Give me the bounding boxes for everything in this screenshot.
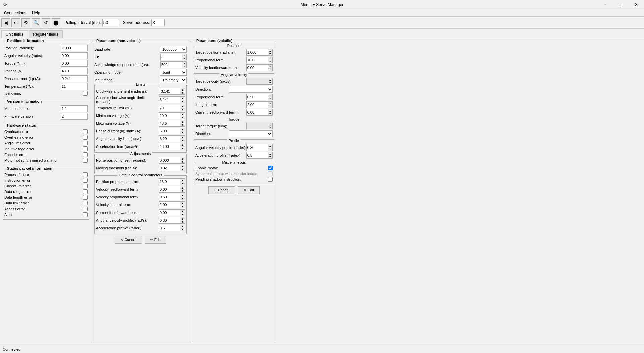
max-volt-up[interactable]: ▲ (180, 120, 185, 123)
angvel-value[interactable] (61, 52, 88, 59)
ang-vel-profile-input[interactable] (246, 144, 268, 151)
home-up[interactable]: ▲ (180, 157, 185, 160)
cur-ff-up[interactable]: ▲ (180, 210, 185, 213)
min-volt-input[interactable] (159, 112, 180, 119)
vel-ff-input[interactable] (159, 186, 180, 193)
min-volt-down[interactable]: ▼ (180, 116, 185, 119)
toolbar-btn-5[interactable]: ↺ (42, 18, 50, 27)
hardware-item-checkbox[interactable] (83, 158, 88, 163)
vel-ff-down[interactable]: ▼ (180, 189, 185, 192)
status-item-checkbox[interactable] (83, 184, 88, 188)
ang-vel-profile-down[interactable]: ▼ (268, 148, 272, 151)
vel-prop-term-up[interactable]: ▲ (268, 94, 272, 97)
hardware-item-checkbox[interactable] (83, 129, 88, 134)
maximize-button[interactable]: □ (613, 0, 629, 9)
target-torque-down[interactable]: ▼ (268, 126, 272, 129)
accel-limit-down[interactable]: ▼ (180, 146, 185, 150)
cw-down[interactable]: ▼ (180, 91, 185, 94)
phase-limit-input[interactable] (159, 128, 180, 134)
accel-profile-input[interactable] (159, 225, 180, 231)
vel-prop-term-input[interactable] (246, 94, 268, 100)
accel-limit-input[interactable] (159, 143, 180, 150)
pos-prop-down[interactable]: ▼ (180, 182, 185, 185)
close-button[interactable]: ✕ (629, 0, 644, 9)
max-volt-down[interactable]: ▼ (180, 123, 185, 126)
cw-input[interactable] (159, 88, 180, 95)
status-item-checkbox[interactable] (83, 172, 88, 177)
phase-limit-up[interactable]: ▲ (180, 128, 185, 131)
pos-prop-input[interactable] (159, 178, 180, 185)
vel-cur-ff-down[interactable]: ▼ (268, 112, 272, 115)
ang-profile-down[interactable]: ▼ (180, 220, 185, 223)
accel-profile-up[interactable]: ▲ (180, 225, 185, 228)
right-accel-profile-input[interactable] (246, 152, 268, 159)
status-item-checkbox[interactable] (83, 189, 88, 194)
temp-limit-up[interactable]: ▲ (180, 105, 185, 108)
vel-prop-term-down[interactable]: ▼ (268, 97, 272, 100)
vel-int-input[interactable] (159, 201, 180, 208)
baud-select[interactable]: 1000000 (160, 46, 187, 53)
voltage-value[interactable] (61, 68, 88, 74)
hardware-item-checkbox[interactable] (83, 141, 88, 145)
input-mode-select[interactable]: Trajectory (160, 77, 187, 83)
accel-profile-down[interactable]: ▼ (180, 228, 185, 231)
ccw-up[interactable]: ▲ (180, 97, 185, 100)
target-vel-up[interactable]: ▲ (268, 78, 272, 81)
tab-register-fields[interactable]: Register fields (29, 30, 63, 38)
sync-rotor-checkbox[interactable] (268, 171, 273, 176)
angvel-limit-up[interactable]: ▲ (180, 136, 185, 139)
is-moving-checkbox[interactable] (83, 91, 88, 96)
target-pos-down[interactable]: ▼ (268, 52, 272, 55)
pos-vel-ff-up[interactable]: ▲ (268, 65, 272, 68)
vel-int-term-input[interactable] (246, 101, 268, 108)
ang-vel-profile-up[interactable]: ▲ (268, 144, 272, 148)
target-vel-down[interactable]: ▼ (268, 81, 272, 84)
vel-int-up[interactable]: ▲ (180, 202, 185, 205)
enable-motor-checkbox[interactable] (268, 166, 273, 170)
moving-thresh-input[interactable] (159, 165, 180, 171)
status-item-checkbox[interactable] (83, 195, 88, 200)
home-down[interactable]: ▼ (180, 160, 185, 163)
ang-profile-input[interactable] (159, 217, 180, 224)
right-edit-button[interactable]: ✏ Edit (238, 186, 260, 194)
toolbar-btn-4[interactable]: 🔍 (32, 18, 40, 27)
middle-edit-button[interactable]: ✏ Edit (145, 236, 166, 244)
target-vel-input[interactable] (246, 78, 268, 85)
temperature-value[interactable] (61, 83, 88, 90)
toolbar-btn-1[interactable]: ◀ (1, 18, 10, 27)
minimize-button[interactable]: − (598, 0, 613, 9)
vel-prop-down[interactable]: ▼ (180, 197, 185, 200)
vel-prop-input[interactable] (159, 194, 180, 200)
temp-limit-input[interactable] (159, 105, 180, 111)
angvel-limit-down[interactable]: ▼ (180, 139, 185, 142)
min-volt-up[interactable]: ▲ (180, 113, 185, 116)
ccw-down[interactable]: ▼ (180, 100, 185, 103)
hardware-item-checkbox[interactable] (83, 146, 88, 151)
pending-shadow-checkbox[interactable] (268, 177, 273, 182)
ack-down[interactable]: ▼ (182, 65, 186, 68)
pos-prop-term-down[interactable]: ▼ (268, 60, 272, 63)
cur-ff-down[interactable]: ▼ (180, 213, 185, 216)
menu-connections[interactable]: Connections (1, 10, 29, 16)
status-item-checkbox[interactable] (83, 212, 88, 217)
torque-value[interactable] (61, 60, 88, 67)
hardware-item-checkbox[interactable] (83, 135, 88, 140)
firmware-value[interactable] (61, 113, 88, 120)
vel-cur-ff-input[interactable] (246, 109, 268, 116)
target-pos-input[interactable] (246, 49, 268, 56)
id-up[interactable]: ▲ (182, 54, 186, 57)
torque-dir-select[interactable]: - (229, 130, 273, 137)
target-torque-up[interactable]: ▲ (268, 123, 272, 126)
pos-prop-term-input[interactable] (246, 57, 268, 63)
vel-cur-ff-up[interactable]: ▲ (268, 109, 272, 112)
hardware-item-checkbox[interactable] (83, 152, 88, 157)
temp-limit-down[interactable]: ▼ (180, 108, 185, 111)
ack-up[interactable]: ▲ (182, 62, 186, 65)
vel-int-down[interactable]: ▼ (180, 205, 185, 208)
phase-limit-down[interactable]: ▼ (180, 131, 185, 134)
toolbar-btn-2[interactable]: ↩ (11, 18, 20, 27)
max-volt-input[interactable] (159, 120, 180, 127)
position-value[interactable] (61, 45, 88, 51)
right-accel-profile-down[interactable]: ▼ (268, 155, 272, 158)
model-value[interactable] (61, 105, 88, 112)
